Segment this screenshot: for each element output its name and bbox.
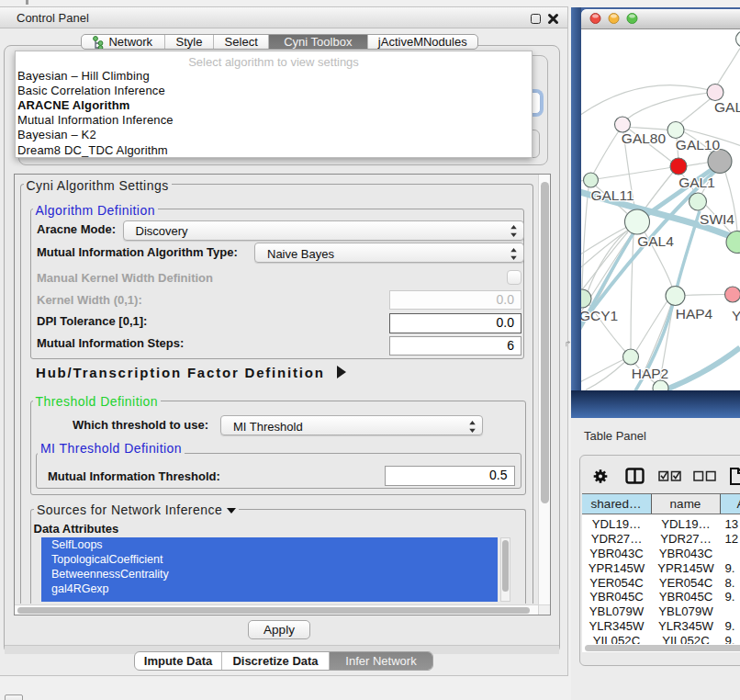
mi-threshold-definition-title: MI Threshold Definition <box>38 442 185 455</box>
data-attribute-item[interactable]: TopologicalCoefficient <box>41 552 498 567</box>
manual-kernel-checkbox[interactable] <box>507 270 521 285</box>
network-canvas[interactable]: GALGAL80GAL10GAL1GAL11GAL4SWI4GCY1HAP4YH… <box>581 29 740 390</box>
tab-cyni-toolbox[interactable]: Cyni Toolbox <box>268 35 367 49</box>
table-horizontal-scrollbar[interactable] <box>582 644 740 653</box>
network-node-top-partial[interactable] <box>736 31 740 47</box>
table-row[interactable]: YDR27…YDR27…12 <box>582 532 740 547</box>
network-node-label: GAL1 <box>678 174 715 189</box>
tab-impute-data[interactable]: Impute Data <box>135 652 221 670</box>
network-edge[interactable] <box>717 48 740 85</box>
aracne-mode-combo[interactable]: Discovery <box>123 220 524 241</box>
dpi-tolerance-field[interactable]: 0.0 <box>389 313 522 333</box>
table-cell: YBR045C <box>582 590 652 604</box>
network-edge[interactable] <box>679 97 712 123</box>
network-edge[interactable] <box>581 180 583 183</box>
network-edge[interactable] <box>663 347 740 390</box>
settings-horizontal-scrollbar-thumb[interactable] <box>17 607 530 615</box>
network-node-HAP2[interactable] <box>623 349 639 365</box>
data-attribute-item[interactable]: gal4RGexp <box>41 581 498 596</box>
data-attribute-item[interactable]: SelfLoops <box>41 537 498 552</box>
data-attributes-label: Data Attributes <box>34 523 119 535</box>
algorithm-popup-item[interactable]: Bayesian – K2 <box>17 128 528 142</box>
network-node-GAL11[interactable] <box>584 173 599 187</box>
table-cell: 9. <box>721 619 740 634</box>
mi-type-combo[interactable]: Naive Bayes <box>254 243 524 263</box>
network-node-salmon[interactable] <box>725 287 740 302</box>
float-window-icon[interactable] <box>531 14 541 24</box>
tab-jactivemnodules[interactable]: jActiveMNodules <box>367 35 477 49</box>
algorithm-popup-item[interactable]: ARACNE Algorithm <box>17 98 528 113</box>
network-edge[interactable] <box>631 233 633 348</box>
expand-arrow-icon[interactable] <box>337 366 346 378</box>
select-all-icon[interactable] <box>659 471 680 480</box>
settings-vertical-scrollbar[interactable] <box>538 175 550 604</box>
apply-button[interactable]: Apply <box>248 620 310 639</box>
network-edge[interactable] <box>593 130 619 174</box>
algorithm-popup-item[interactable]: Basic Correlation Inference <box>17 84 528 98</box>
column-header-name[interactable]: name <box>652 494 721 514</box>
table-rows: YDL19…YDL19…13YDR27…YDR27…12YBR043CYBR04… <box>582 517 740 648</box>
table-row[interactable]: YBR043CYBR043C <box>582 547 740 561</box>
mit-field[interactable]: 0.5 <box>385 466 515 487</box>
tab-infer-network[interactable]: Infer Network <box>329 652 432 670</box>
network-edge[interactable] <box>636 300 667 350</box>
combo-arrows-icon <box>510 247 518 261</box>
attributes-scrollbar[interactable] <box>500 537 510 602</box>
gear-icon[interactable] <box>594 469 608 483</box>
tab-network[interactable]: Network <box>82 35 164 49</box>
algorithm-popup-item[interactable]: Dream8 DC_TDC Algorithm <box>17 143 528 158</box>
manual-kernel-label: Manual Kernel Width Definition <box>37 272 213 284</box>
network-node-gray[interactable] <box>708 149 732 173</box>
column-header-partial[interactable]: A <box>721 494 740 514</box>
network-node-GAL4[interactable] <box>625 209 650 234</box>
algorithm-popup-item[interactable]: Mutual Information Inference <box>17 113 528 128</box>
network-edge[interactable] <box>582 187 589 288</box>
network-window-titlebar[interactable] <box>581 9 740 29</box>
tab-discretize-data[interactable]: Discretize Data <box>221 652 329 670</box>
column-header-shared-name[interactable]: shared… <box>582 494 652 514</box>
combo-arrows-icon <box>468 420 477 434</box>
data-attribute-item[interactable]: BetweennessCentrality <box>41 567 498 581</box>
settings-vertical-scrollbar-thumb[interactable] <box>541 182 549 503</box>
table-row[interactable]: YER054CYER054C8. <box>582 575 740 590</box>
hub-definition-label[interactable]: Hub/Transcription Factor Definition <box>36 366 325 379</box>
network-edge[interactable] <box>687 162 709 165</box>
table-row[interactable]: YLR345WYLR345W9. <box>582 619 740 634</box>
tab-select[interactable]: Select <box>213 35 268 49</box>
table-row[interactable]: YBL079WYBL079W <box>582 604 740 619</box>
table-horizontal-scrollbar-thumb[interactable] <box>585 645 740 652</box>
splitter-handle-icon[interactable] <box>566 341 571 347</box>
algorithm-popup-item[interactable]: Bayesian – Hill Climbing <box>17 69 528 84</box>
split-view-icon[interactable] <box>627 469 644 483</box>
network-edge[interactable] <box>685 294 724 295</box>
mi-type-value: Naive Bayes <box>267 247 334 261</box>
table-cell: YBR043C <box>652 547 721 561</box>
which-threshold-combo[interactable]: MI Threshold <box>220 415 483 435</box>
sources-title[interactable]: Sources for Network Inference <box>34 503 239 516</box>
table-cell: YBL079W <box>652 604 721 619</box>
attributes-scrollbar-thumb[interactable] <box>502 540 509 592</box>
deselect-all-icon[interactable] <box>694 472 715 481</box>
control-panel-titlebar[interactable]: Control Panel <box>0 7 567 28</box>
table-row[interactable]: YPR145WYPR145W9. <box>582 560 740 575</box>
network-edge[interactable] <box>581 359 623 386</box>
settings-horizontal-scrollbar[interactable] <box>15 604 538 615</box>
minimized-panel-icon[interactable] <box>5 694 23 700</box>
table-row[interactable]: YBR045CYBR045C9. <box>582 590 740 604</box>
close-icon[interactable] <box>547 13 559 25</box>
network-edge[interactable] <box>599 167 670 178</box>
network-node-bottom-partial[interactable] <box>653 380 668 390</box>
export-table-icon[interactable] <box>731 469 740 484</box>
network-view-window: GALGAL80GAL10GAL1GAL11GAL4SWI4GCY1HAP4YH… <box>571 7 740 418</box>
algorithm-dropdown-popup: Select algorithm to view settings Bayesi… <box>15 51 533 158</box>
network-node-GAL1[interactable] <box>670 158 687 175</box>
table-row[interactable]: YDL19…YDL19…13 <box>582 517 740 532</box>
tab-style[interactable]: Style <box>164 35 214 49</box>
table-panel: Table Panel <box>571 418 740 700</box>
mi-steps-field[interactable]: 6 <box>389 336 522 356</box>
network-node-HAP4[interactable] <box>666 286 685 305</box>
kernel-width-field[interactable]: 0.0 <box>389 290 522 310</box>
traffic-lights <box>581 9 645 28</box>
data-attributes-list[interactable]: SelfLoopsTopologicalCoefficientBetweenne… <box>41 537 498 602</box>
network-node-SWI4[interactable] <box>690 193 707 210</box>
